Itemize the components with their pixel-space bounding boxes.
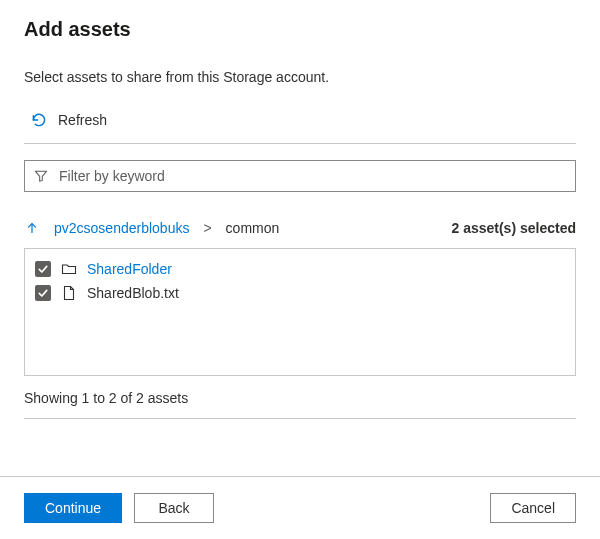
back-button[interactable]: Back (134, 493, 214, 523)
breadcrumb-root-link[interactable]: pv2csosenderblobuks (54, 220, 189, 236)
toolbar: Refresh (24, 103, 576, 143)
filter-input[interactable] (57, 167, 567, 185)
refresh-label: Refresh (58, 112, 107, 128)
checkbox[interactable] (35, 285, 51, 301)
list-item: SharedBlob.txt (35, 281, 565, 305)
asset-name-link[interactable]: SharedFolder (87, 261, 172, 277)
folder-icon (61, 261, 77, 277)
refresh-button[interactable]: Refresh (24, 107, 113, 133)
refresh-icon (30, 111, 48, 129)
file-icon (61, 285, 77, 301)
divider (24, 143, 576, 144)
asset-list: SharedFolder SharedBlob.txt (24, 248, 576, 376)
divider (24, 418, 576, 419)
continue-button[interactable]: Continue (24, 493, 122, 523)
page-subtitle: Select assets to share from this Storage… (24, 69, 576, 85)
breadcrumb-separator: > (203, 220, 211, 236)
filter-icon (33, 168, 49, 184)
asset-name[interactable]: SharedBlob.txt (87, 285, 179, 301)
cancel-button[interactable]: Cancel (490, 493, 576, 523)
checkbox[interactable] (35, 261, 51, 277)
page-title: Add assets (24, 18, 576, 41)
add-assets-panel: Add assets Select assets to share from t… (0, 0, 600, 539)
footer: Continue Back Cancel (0, 477, 600, 539)
up-level-button[interactable] (24, 220, 40, 236)
breadcrumb-current: common (226, 220, 280, 236)
status-text: Showing 1 to 2 of 2 assets (24, 390, 576, 406)
filter-field[interactable] (24, 160, 576, 192)
selection-count: 2 asset(s) selected (451, 220, 576, 236)
list-item: SharedFolder (35, 257, 565, 281)
breadcrumb: pv2csosenderblobuks > common 2 asset(s) … (24, 220, 576, 236)
